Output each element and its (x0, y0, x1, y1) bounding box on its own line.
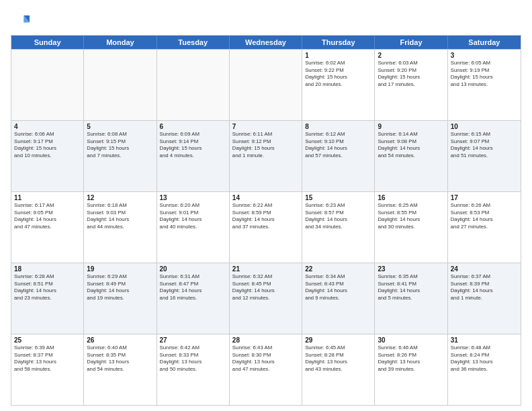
day-number: 5 (87, 123, 153, 130)
calendar-cell: 8Sunrise: 6:12 AM Sunset: 9:10 PM Daylig… (302, 121, 375, 191)
weekday-header: Wednesday (230, 36, 302, 49)
cell-info: Sunrise: 6:43 AM Sunset: 8:30 PM Dayligh… (232, 345, 299, 373)
day-number: 21 (232, 265, 299, 273)
calendar-row: 4Sunrise: 6:06 AM Sunset: 9:17 PM Daylig… (11, 120, 521, 191)
day-number: 8 (305, 123, 371, 130)
day-number: 15 (305, 194, 371, 201)
cell-info: Sunrise: 6:31 AM Sunset: 8:47 PM Dayligh… (160, 273, 226, 302)
calendar-cell: 6Sunrise: 6:09 AM Sunset: 9:14 PM Daylig… (157, 121, 230, 191)
page-header (11, 11, 521, 30)
cell-info: Sunrise: 6:46 AM Sunset: 8:26 PM Dayligh… (378, 345, 444, 373)
calendar-cell: 10Sunrise: 6:15 AM Sunset: 9:07 PM Dayli… (448, 121, 521, 191)
cell-info: Sunrise: 6:39 AM Sunset: 8:37 PM Dayligh… (14, 345, 81, 373)
cell-info: Sunrise: 6:37 AM Sunset: 8:39 PM Dayligh… (451, 273, 518, 302)
cell-info: Sunrise: 6:05 AM Sunset: 9:19 PM Dayligh… (451, 60, 518, 88)
calendar-row: 25Sunrise: 6:39 AM Sunset: 8:37 PM Dayli… (11, 334, 521, 405)
cell-info: Sunrise: 6:34 AM Sunset: 8:43 PM Dayligh… (305, 273, 371, 302)
day-number: 18 (14, 265, 81, 273)
logo-icon (11, 11, 30, 30)
day-number: 20 (160, 265, 226, 273)
calendar-cell: 5Sunrise: 6:08 AM Sunset: 9:15 PM Daylig… (84, 121, 157, 191)
calendar: SundayMondayTuesdayWednesdayThursdayFrid… (11, 35, 521, 406)
day-number: 27 (160, 336, 226, 344)
cell-info: Sunrise: 6:11 AM Sunset: 9:12 PM Dayligh… (232, 131, 299, 159)
day-number: 16 (378, 194, 444, 201)
cell-info: Sunrise: 6:02 AM Sunset: 9:22 PM Dayligh… (305, 60, 371, 88)
cell-info: Sunrise: 6:06 AM Sunset: 9:17 PM Dayligh… (14, 131, 81, 159)
calendar-cell: 24Sunrise: 6:37 AM Sunset: 8:39 PM Dayli… (448, 263, 521, 334)
day-number: 30 (378, 336, 444, 344)
calendar-cell: 14Sunrise: 6:22 AM Sunset: 8:59 PM Dayli… (230, 192, 302, 263)
cell-info: Sunrise: 6:29 AM Sunset: 8:49 PM Dayligh… (87, 273, 153, 302)
calendar-cell: 12Sunrise: 6:18 AM Sunset: 9:03 PM Dayli… (84, 192, 157, 263)
calendar-cell: 7Sunrise: 6:11 AM Sunset: 9:12 PM Daylig… (230, 121, 302, 191)
day-number: 17 (451, 194, 518, 201)
day-number: 4 (14, 123, 81, 130)
day-number: 11 (14, 194, 81, 201)
cell-info: Sunrise: 6:48 AM Sunset: 8:24 PM Dayligh… (451, 345, 518, 373)
cell-info: Sunrise: 6:28 AM Sunset: 8:51 PM Dayligh… (14, 273, 81, 302)
calendar-cell: 4Sunrise: 6:06 AM Sunset: 9:17 PM Daylig… (11, 121, 84, 191)
cell-info: Sunrise: 6:17 AM Sunset: 9:05 PM Dayligh… (14, 202, 81, 230)
day-number: 9 (378, 123, 444, 130)
calendar-cell: 25Sunrise: 6:39 AM Sunset: 8:37 PM Dayli… (11, 334, 84, 405)
calendar-cell: 11Sunrise: 6:17 AM Sunset: 9:05 PM Dayli… (11, 192, 84, 263)
cell-info: Sunrise: 6:08 AM Sunset: 9:15 PM Dayligh… (87, 131, 153, 159)
calendar-cell: 19Sunrise: 6:29 AM Sunset: 8:49 PM Dayli… (84, 263, 157, 334)
day-number: 19 (87, 265, 153, 273)
calendar-cell (230, 50, 302, 120)
day-number: 24 (451, 265, 518, 273)
cell-info: Sunrise: 6:18 AM Sunset: 9:03 PM Dayligh… (87, 202, 153, 230)
calendar-cell: 13Sunrise: 6:20 AM Sunset: 9:01 PM Dayli… (157, 192, 230, 263)
calendar-cell (11, 50, 84, 120)
calendar-cell: 29Sunrise: 6:45 AM Sunset: 8:28 PM Dayli… (302, 334, 375, 405)
calendar-cell: 15Sunrise: 6:23 AM Sunset: 8:57 PM Dayli… (302, 192, 375, 263)
cell-info: Sunrise: 6:14 AM Sunset: 9:08 PM Dayligh… (378, 131, 444, 159)
weekday-header: Sunday (11, 36, 84, 49)
day-number: 6 (160, 123, 226, 130)
calendar-row: 11Sunrise: 6:17 AM Sunset: 9:05 PM Dayli… (11, 191, 521, 263)
calendar-cell: 20Sunrise: 6:31 AM Sunset: 8:47 PM Dayli… (157, 263, 230, 334)
day-number: 14 (232, 194, 299, 201)
cell-info: Sunrise: 6:15 AM Sunset: 9:07 PM Dayligh… (451, 131, 518, 159)
calendar-cell: 23Sunrise: 6:35 AM Sunset: 8:41 PM Dayli… (375, 263, 447, 334)
calendar-body: 1Sunrise: 6:02 AM Sunset: 9:22 PM Daylig… (11, 49, 521, 405)
calendar-cell: 3Sunrise: 6:05 AM Sunset: 9:19 PM Daylig… (448, 50, 521, 120)
day-number: 28 (232, 336, 299, 344)
calendar-cell: 17Sunrise: 6:26 AM Sunset: 8:53 PM Dayli… (448, 192, 521, 263)
weekday-header: Tuesday (157, 36, 230, 49)
calendar-cell: 28Sunrise: 6:43 AM Sunset: 8:30 PM Dayli… (230, 334, 302, 405)
calendar-cell (84, 50, 157, 120)
calendar-cell: 31Sunrise: 6:48 AM Sunset: 8:24 PM Dayli… (448, 334, 521, 405)
calendar-cell: 22Sunrise: 6:34 AM Sunset: 8:43 PM Dayli… (302, 263, 375, 334)
day-number: 12 (87, 194, 153, 201)
day-number: 3 (451, 52, 518, 59)
weekday-header: Thursday (302, 36, 375, 49)
calendar-cell: 21Sunrise: 6:32 AM Sunset: 8:45 PM Dayli… (230, 263, 302, 334)
cell-info: Sunrise: 6:12 AM Sunset: 9:10 PM Dayligh… (305, 131, 371, 159)
cell-info: Sunrise: 6:25 AM Sunset: 8:55 PM Dayligh… (378, 202, 444, 230)
calendar-cell: 16Sunrise: 6:25 AM Sunset: 8:55 PM Dayli… (375, 192, 447, 263)
cell-info: Sunrise: 6:23 AM Sunset: 8:57 PM Dayligh… (305, 202, 371, 230)
day-number: 23 (378, 265, 444, 273)
cell-info: Sunrise: 6:03 AM Sunset: 9:20 PM Dayligh… (378, 60, 444, 88)
calendar-cell: 2Sunrise: 6:03 AM Sunset: 9:20 PM Daylig… (375, 50, 447, 120)
calendar-row: 1Sunrise: 6:02 AM Sunset: 9:22 PM Daylig… (11, 49, 521, 120)
cell-info: Sunrise: 6:40 AM Sunset: 8:35 PM Dayligh… (87, 345, 153, 373)
day-number: 10 (451, 123, 518, 130)
cell-info: Sunrise: 6:09 AM Sunset: 9:14 PM Dayligh… (160, 131, 226, 159)
cell-info: Sunrise: 6:35 AM Sunset: 8:41 PM Dayligh… (378, 273, 444, 302)
weekday-header: Friday (375, 36, 447, 49)
weekday-header: Saturday (448, 36, 521, 49)
day-number: 2 (378, 52, 444, 59)
day-number: 29 (305, 336, 371, 344)
cell-info: Sunrise: 6:26 AM Sunset: 8:53 PM Dayligh… (451, 202, 518, 230)
day-number: 26 (87, 336, 153, 344)
calendar-cell: 1Sunrise: 6:02 AM Sunset: 9:22 PM Daylig… (302, 50, 375, 120)
calendar-cell: 26Sunrise: 6:40 AM Sunset: 8:35 PM Dayli… (84, 334, 157, 405)
cell-info: Sunrise: 6:22 AM Sunset: 8:59 PM Dayligh… (232, 202, 299, 230)
cell-info: Sunrise: 6:32 AM Sunset: 8:45 PM Dayligh… (232, 273, 299, 302)
calendar-cell: 27Sunrise: 6:42 AM Sunset: 8:33 PM Dayli… (157, 334, 230, 405)
weekday-header: Monday (84, 36, 157, 49)
cell-info: Sunrise: 6:42 AM Sunset: 8:33 PM Dayligh… (160, 345, 226, 373)
